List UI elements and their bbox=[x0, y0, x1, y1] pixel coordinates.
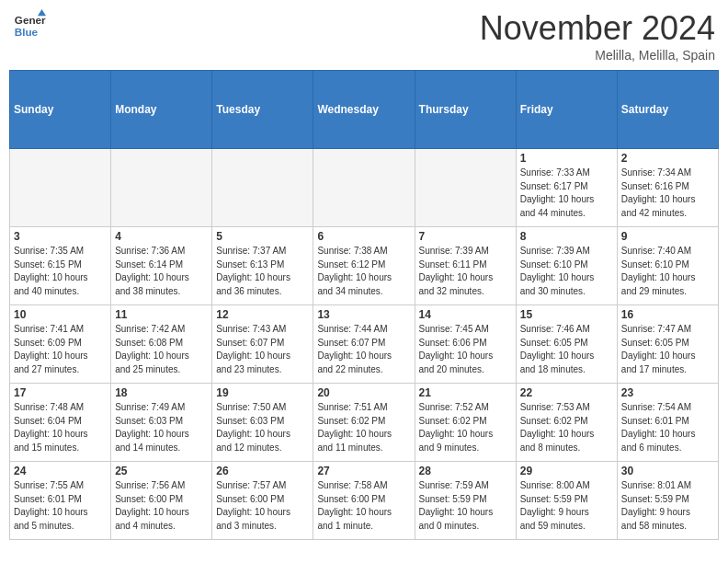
calendar-cell: 12Sunrise: 7:43 AMSunset: 6:07 PMDayligh… bbox=[212, 305, 313, 384]
day-number: 24 bbox=[14, 465, 107, 477]
day-info: Sunrise: 7:56 AMSunset: 6:00 PMDaylight:… bbox=[115, 479, 208, 533]
day-number: 7 bbox=[419, 230, 512, 243]
day-info: Sunrise: 7:46 AMSunset: 6:05 PMDaylight:… bbox=[520, 323, 613, 376]
calendar-cell bbox=[111, 149, 212, 227]
day-info: Sunrise: 7:50 AMSunset: 6:03 PMDaylight:… bbox=[216, 401, 309, 454]
calendar-cell: 2Sunrise: 7:34 AMSunset: 6:16 PMDaylight… bbox=[617, 149, 718, 227]
day-info: Sunrise: 7:36 AMSunset: 6:14 PMDaylight:… bbox=[115, 245, 208, 298]
calendar-cell: 28Sunrise: 7:59 AMSunset: 5:59 PMDayligh… bbox=[415, 462, 516, 540]
day-info: Sunrise: 7:44 AMSunset: 6:07 PMDaylight:… bbox=[317, 323, 410, 376]
day-info: Sunrise: 8:01 AMSunset: 5:59 PMDaylight:… bbox=[621, 479, 714, 533]
weekday-header-monday: Monday bbox=[111, 71, 212, 149]
svg-marker-2 bbox=[38, 9, 46, 16]
day-number: 8 bbox=[520, 230, 613, 243]
calendar-week-2: 3Sunrise: 7:35 AMSunset: 6:15 PMDaylight… bbox=[10, 227, 719, 305]
calendar-cell: 14Sunrise: 7:45 AMSunset: 6:06 PMDayligh… bbox=[415, 305, 516, 384]
calendar-cell: 13Sunrise: 7:44 AMSunset: 6:07 PMDayligh… bbox=[313, 305, 415, 384]
calendar-cell: 11Sunrise: 7:42 AMSunset: 6:08 PMDayligh… bbox=[111, 305, 212, 384]
calendar-cell: 7Sunrise: 7:39 AMSunset: 6:11 PMDaylight… bbox=[415, 227, 516, 305]
title-block: November 2024 Melilla, Melilla, Spain bbox=[480, 9, 715, 63]
day-info: Sunrise: 7:47 AMSunset: 6:05 PMDaylight:… bbox=[621, 323, 714, 376]
day-info: Sunrise: 8:00 AMSunset: 5:59 PMDaylight:… bbox=[520, 479, 613, 533]
weekday-header-friday: Friday bbox=[516, 71, 617, 149]
day-number: 29 bbox=[520, 465, 613, 477]
day-info: Sunrise: 7:59 AMSunset: 5:59 PMDaylight:… bbox=[419, 479, 512, 533]
calendar-cell: 21Sunrise: 7:52 AMSunset: 6:02 PMDayligh… bbox=[415, 384, 516, 462]
weekday-header-sunday: Sunday bbox=[10, 71, 111, 149]
day-info: Sunrise: 7:39 AMSunset: 6:11 PMDaylight:… bbox=[419, 245, 512, 298]
day-number: 20 bbox=[317, 386, 410, 399]
day-number: 21 bbox=[419, 386, 512, 399]
weekday-header-row: SundayMondayTuesdayWednesdayThursdayFrid… bbox=[10, 71, 719, 149]
day-number: 10 bbox=[14, 308, 107, 321]
day-info: Sunrise: 7:52 AMSunset: 6:02 PMDaylight:… bbox=[419, 401, 512, 454]
day-number: 6 bbox=[317, 230, 410, 243]
day-number: 22 bbox=[520, 386, 613, 399]
calendar-cell bbox=[10, 149, 111, 227]
logo-icon: General Blue bbox=[13, 9, 46, 42]
day-number: 30 bbox=[621, 465, 714, 477]
day-info: Sunrise: 7:48 AMSunset: 6:04 PMDaylight:… bbox=[14, 401, 107, 454]
calendar-cell: 1Sunrise: 7:33 AMSunset: 6:17 PMDaylight… bbox=[516, 149, 617, 227]
day-number: 27 bbox=[317, 465, 410, 477]
day-number: 2 bbox=[621, 152, 714, 165]
calendar-week-4: 17Sunrise: 7:48 AMSunset: 6:04 PMDayligh… bbox=[10, 384, 719, 462]
svg-text:Blue: Blue bbox=[15, 26, 39, 38]
day-number: 15 bbox=[520, 308, 613, 321]
calendar-cell: 18Sunrise: 7:49 AMSunset: 6:03 PMDayligh… bbox=[111, 384, 212, 462]
calendar-cell: 15Sunrise: 7:46 AMSunset: 6:05 PMDayligh… bbox=[516, 305, 617, 384]
calendar-cell: 6Sunrise: 7:38 AMSunset: 6:12 PMDaylight… bbox=[313, 227, 415, 305]
day-info: Sunrise: 7:45 AMSunset: 6:06 PMDaylight:… bbox=[419, 323, 512, 376]
weekday-header-thursday: Thursday bbox=[415, 71, 516, 149]
weekday-header-tuesday: Tuesday bbox=[212, 71, 313, 149]
calendar-cell: 10Sunrise: 7:41 AMSunset: 6:09 PMDayligh… bbox=[10, 305, 111, 384]
calendar-cell: 4Sunrise: 7:36 AMSunset: 6:14 PMDaylight… bbox=[111, 227, 212, 305]
day-info: Sunrise: 7:37 AMSunset: 6:13 PMDaylight:… bbox=[216, 245, 309, 298]
day-number: 12 bbox=[216, 308, 309, 321]
day-info: Sunrise: 7:33 AMSunset: 6:17 PMDaylight:… bbox=[520, 167, 613, 220]
calendar-cell: 17Sunrise: 7:48 AMSunset: 6:04 PMDayligh… bbox=[10, 384, 111, 462]
day-number: 11 bbox=[115, 308, 208, 321]
calendar-week-5: 24Sunrise: 7:55 AMSunset: 6:01 PMDayligh… bbox=[10, 462, 719, 540]
day-info: Sunrise: 7:51 AMSunset: 6:02 PMDaylight:… bbox=[317, 401, 410, 454]
calendar-table: SundayMondayTuesdayWednesdayThursdayFrid… bbox=[9, 70, 719, 540]
day-number: 9 bbox=[621, 230, 714, 243]
day-number: 3 bbox=[14, 230, 107, 243]
weekday-header-saturday: Saturday bbox=[617, 71, 718, 149]
calendar-cell: 30Sunrise: 8:01 AMSunset: 5:59 PMDayligh… bbox=[617, 462, 718, 540]
day-info: Sunrise: 7:42 AMSunset: 6:08 PMDaylight:… bbox=[115, 323, 208, 376]
calendar-cell: 22Sunrise: 7:53 AMSunset: 6:02 PMDayligh… bbox=[516, 384, 617, 462]
day-info: Sunrise: 7:40 AMSunset: 6:10 PMDaylight:… bbox=[621, 245, 714, 298]
day-number: 4 bbox=[115, 230, 208, 243]
day-info: Sunrise: 7:38 AMSunset: 6:12 PMDaylight:… bbox=[317, 245, 410, 298]
calendar-cell: 8Sunrise: 7:39 AMSunset: 6:10 PMDaylight… bbox=[516, 227, 617, 305]
calendar-cell: 26Sunrise: 7:57 AMSunset: 6:00 PMDayligh… bbox=[212, 462, 313, 540]
calendar-cell: 5Sunrise: 7:37 AMSunset: 6:13 PMDaylight… bbox=[212, 227, 313, 305]
calendar-cell: 25Sunrise: 7:56 AMSunset: 6:00 PMDayligh… bbox=[111, 462, 212, 540]
day-number: 5 bbox=[216, 230, 309, 243]
logo: General Blue bbox=[13, 9, 46, 42]
day-number: 1 bbox=[520, 152, 613, 165]
day-info: Sunrise: 7:54 AMSunset: 6:01 PMDaylight:… bbox=[621, 401, 714, 454]
calendar-cell bbox=[313, 149, 415, 227]
calendar-cell: 27Sunrise: 7:58 AMSunset: 6:00 PMDayligh… bbox=[313, 462, 415, 540]
day-info: Sunrise: 7:53 AMSunset: 6:02 PMDaylight:… bbox=[520, 401, 613, 454]
calendar-cell: 20Sunrise: 7:51 AMSunset: 6:02 PMDayligh… bbox=[313, 384, 415, 462]
day-info: Sunrise: 7:35 AMSunset: 6:15 PMDaylight:… bbox=[14, 245, 107, 298]
calendar-cell: 3Sunrise: 7:35 AMSunset: 6:15 PMDaylight… bbox=[10, 227, 111, 305]
day-number: 23 bbox=[621, 386, 714, 399]
day-info: Sunrise: 7:55 AMSunset: 6:01 PMDaylight:… bbox=[14, 479, 107, 533]
day-number: 28 bbox=[419, 465, 512, 477]
day-number: 19 bbox=[216, 386, 309, 399]
page-header: General Blue November 2024 Melilla, Meli… bbox=[9, 9, 719, 63]
calendar-week-1: 1Sunrise: 7:33 AMSunset: 6:17 PMDaylight… bbox=[10, 149, 719, 227]
day-number: 16 bbox=[621, 308, 714, 321]
calendar-cell: 24Sunrise: 7:55 AMSunset: 6:01 PMDayligh… bbox=[10, 462, 111, 540]
day-info: Sunrise: 7:39 AMSunset: 6:10 PMDaylight:… bbox=[520, 245, 613, 298]
calendar-cell: 16Sunrise: 7:47 AMSunset: 6:05 PMDayligh… bbox=[617, 305, 718, 384]
month-title: November 2024 bbox=[480, 9, 715, 48]
calendar-week-3: 10Sunrise: 7:41 AMSunset: 6:09 PMDayligh… bbox=[10, 305, 719, 384]
day-number: 14 bbox=[419, 308, 512, 321]
day-info: Sunrise: 7:58 AMSunset: 6:00 PMDaylight:… bbox=[317, 479, 410, 533]
day-info: Sunrise: 7:34 AMSunset: 6:16 PMDaylight:… bbox=[621, 167, 714, 220]
